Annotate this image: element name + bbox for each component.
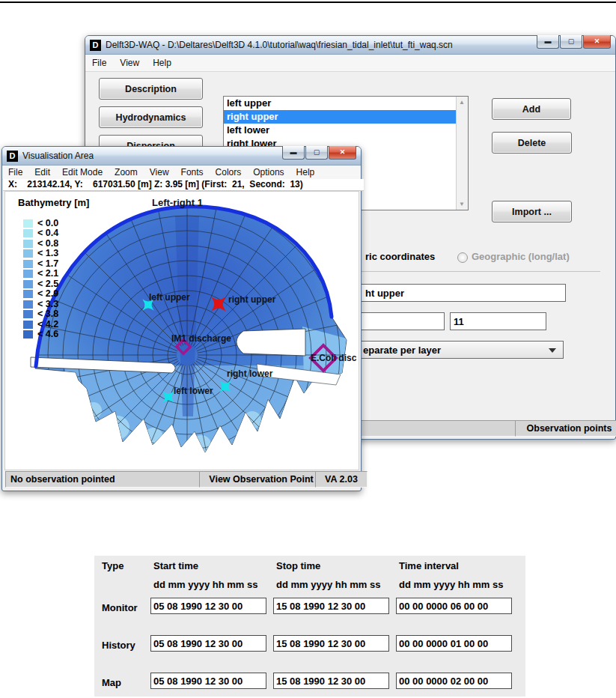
- hydrodynamics-button[interactable]: Hydrodynamics: [99, 106, 203, 128]
- geographic-label: Geographic (long/lat): [472, 251, 570, 262]
- vis-status-version: VA 2.03: [315, 471, 368, 488]
- main-titlebar[interactable]: D Delft3D-WAQ - D:\Deltares\Delft3D 4.1.…: [85, 36, 615, 55]
- format-hint: dd mm yyyy hh mm ss: [399, 579, 503, 590]
- monitor-start-input[interactable]: [150, 598, 266, 614]
- legend-label: < 2.1: [37, 268, 58, 279]
- monitor-interval-input[interactable]: [396, 598, 512, 614]
- legend-label: < 0.8: [37, 238, 58, 249]
- section-divider: [342, 271, 600, 272]
- legend-swatch: [23, 260, 33, 268]
- monitor-stop-input[interactable]: [273, 598, 389, 614]
- app-icon: D: [90, 40, 101, 51]
- import-button[interactable]: Import ...: [492, 201, 572, 222]
- n-coordinate-input[interactable]: 11: [450, 312, 546, 330]
- history-interval-input[interactable]: [396, 635, 512, 652]
- vis-titlebar[interactable]: D Visualisation Area ▬ ▢ ✕: [2, 147, 361, 166]
- legend-label: < 1.7: [37, 258, 58, 269]
- minimize-icon[interactable]: ▬: [537, 35, 559, 49]
- legend-label: < 4.2: [37, 319, 58, 330]
- delete-button[interactable]: Delete: [492, 132, 572, 154]
- vis-minimize-icon[interactable]: ▬: [282, 146, 305, 160]
- maximize-icon[interactable]: ▢: [560, 35, 582, 49]
- list-item-selected[interactable]: right upper: [224, 110, 468, 124]
- vis-menu-file[interactable]: File: [2, 166, 28, 178]
- col-header-stop: Stop time: [276, 560, 320, 571]
- main-window-title: Delft3D-WAQ - D:\Deltares\Delft3D 4.1.0\…: [106, 40, 453, 50]
- map-start-input[interactable]: [150, 673, 266, 689]
- add-button[interactable]: Add: [492, 98, 571, 120]
- legend-swatch: [23, 240, 33, 248]
- vis-status-message: No observation pointed: [5, 471, 207, 488]
- map-interval-input[interactable]: [396, 673, 512, 689]
- coordinate-status: X: 213142.14, Y: 617031.50 [m] Z: 3.95 […: [3, 179, 364, 191]
- scroll-down-icon[interactable]: ▼: [458, 201, 466, 207]
- legend-swatch: [23, 249, 33, 258]
- name-input[interactable]: ht upper: [342, 284, 566, 302]
- legend-swatch: [23, 290, 33, 298]
- list-scrollbar[interactable]: ▲ ▼: [456, 97, 468, 210]
- vis-menu-zoom[interactable]: Zoom: [109, 166, 144, 178]
- list-item[interactable]: left lower: [224, 124, 468, 137]
- time-settings-table: Type Start time Stop time Time interval …: [94, 556, 525, 697]
- label-im1-discharge: IM1 discharge: [171, 333, 231, 344]
- vis-close-icon[interactable]: ✕: [329, 146, 356, 160]
- legend-label: < 3.3: [37, 299, 58, 309]
- vis-menu-fonts[interactable]: Fonts: [175, 166, 210, 178]
- legend-label: < 2.9: [37, 288, 58, 299]
- legend-label: < 4.6: [37, 329, 58, 339]
- history-stop-input[interactable]: [273, 635, 389, 652]
- legend-swatch: [23, 310, 33, 318]
- geographic-radio[interactable]: [457, 252, 468, 263]
- legend-swatch: [23, 280, 33, 288]
- vis-menu-edit-mode[interactable]: Edit Mode: [56, 166, 109, 178]
- layer-select[interactable]: eparate per layer: [342, 341, 564, 359]
- scroll-up-icon[interactable]: ▲: [458, 99, 466, 106]
- vis-menu-view[interactable]: View: [144, 166, 175, 178]
- label-ecoli-discharge: E.Coli disc: [311, 353, 357, 363]
- menu-item-file[interactable]: File: [85, 56, 113, 70]
- vis-menubar: File Edit Edit Mode Zoom View Fonts Colo…: [2, 166, 361, 180]
- legend-swatch: [23, 229, 33, 237]
- page-top-rule: [0, 1, 616, 3]
- map-stop-input[interactable]: [273, 673, 389, 689]
- main-menubar: File View Help: [85, 55, 615, 72]
- vis-app-icon: D: [7, 151, 18, 162]
- legend-swatch: [23, 270, 33, 278]
- chevron-down-icon: [549, 348, 556, 353]
- vis-menu-colors[interactable]: Colors: [210, 166, 248, 178]
- description-button[interactable]: Description: [99, 78, 203, 100]
- map-canvas[interactable]: Left-right 1 left upper right upper IM1 …: [4, 191, 359, 470]
- visualisation-window: D Visualisation Area ▬ ▢ ✕ File Edit Edi…: [1, 146, 362, 491]
- label-right-lower: right lower: [227, 368, 273, 379]
- legend-swatch: [23, 321, 33, 329]
- row-label-history: History: [102, 640, 135, 651]
- metric-coordinates-label: ric coordinates: [365, 251, 435, 262]
- format-hint: dd mm yyyy hh mm ss: [153, 579, 257, 590]
- legend-label: < 0.0: [37, 218, 58, 228]
- plot-title: Left-right 1: [152, 197, 203, 208]
- col-header-start: Start time: [153, 560, 198, 571]
- vis-maximize-icon[interactable]: ▢: [305, 146, 328, 160]
- row-label-map: Map: [102, 677, 121, 688]
- vis-window-title: Visualisation Area: [22, 151, 94, 161]
- menu-item-view[interactable]: View: [113, 56, 146, 70]
- list-item[interactable]: left upper: [224, 97, 468, 110]
- page: { "main_window": { "title": "Delft3D-WAQ…: [0, 0, 616, 698]
- vis-menu-help[interactable]: Help: [290, 166, 321, 178]
- row-label-monitor: Monitor: [102, 602, 138, 613]
- legend-swatch: [23, 300, 33, 309]
- col-header-interval: Time interval: [399, 560, 459, 571]
- observation-points-tab: Observation points: [515, 420, 616, 437]
- vis-status-mode: View Observation Point: [199, 471, 323, 488]
- history-start-input[interactable]: [150, 635, 266, 652]
- label-right-upper: right upper: [228, 294, 276, 305]
- legend-label: < 3.8: [37, 309, 58, 319]
- vis-menu-edit[interactable]: Edit: [28, 166, 56, 178]
- close-icon[interactable]: ✕: [583, 35, 611, 49]
- col-header-type: Type: [102, 560, 123, 571]
- menu-item-help[interactable]: Help: [146, 56, 178, 70]
- format-hint: dd mm yyyy hh mm ss: [276, 579, 380, 590]
- legend-swatch: [23, 330, 33, 339]
- vis-menu-options[interactable]: Options: [247, 166, 290, 178]
- legend-label: < 0.4: [37, 228, 58, 238]
